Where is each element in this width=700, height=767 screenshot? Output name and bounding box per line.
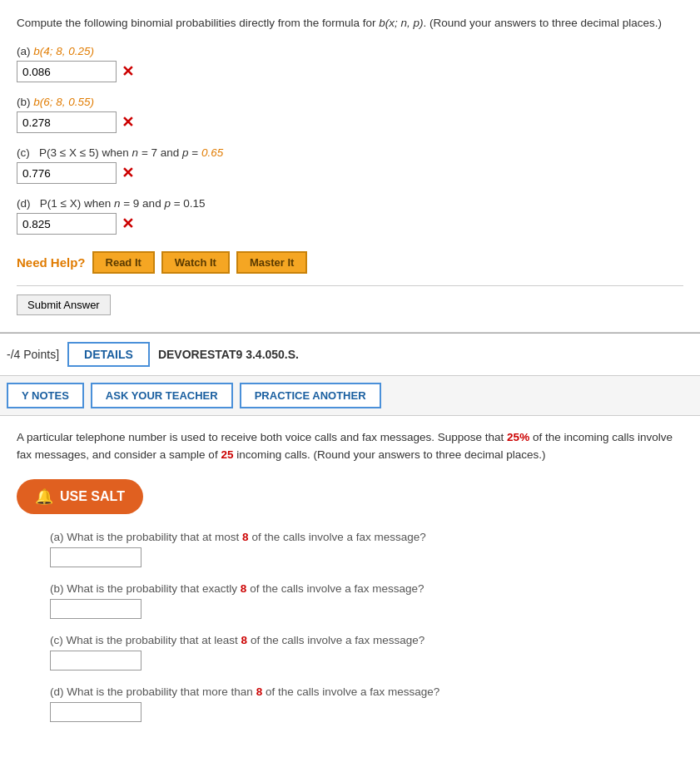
sub-part-b-label: (b) What is the probability that exactly…	[50, 582, 683, 595]
part-a-input[interactable]	[17, 61, 117, 82]
use-salt-label: USE SALT	[60, 489, 125, 504]
part-b-error-icon: ✕	[122, 115, 134, 130]
practice-another-button[interactable]: PRACTICE ANOTHER	[240, 383, 381, 408]
highlight-25: 25	[221, 448, 233, 461]
sub-part-d-input[interactable]	[50, 702, 141, 722]
part-b-label: (b)	[17, 96, 33, 108]
part-c-error-icon: ✕	[122, 166, 134, 181]
need-help-section: Need Help? Read It Watch It Master It	[17, 251, 683, 274]
part-c: (c) P(3 ≤ X ≤ 5) when n = 7 and p = 0.65…	[17, 146, 683, 184]
action-bar: Y NOTES ASK YOUR TEACHER PRACTICE ANOTHE…	[0, 376, 700, 416]
part-d-label: (d) P(1 ≤ X) when n = 9 and p = 0.15	[17, 197, 206, 210]
part-c-p-val: 0.65	[201, 146, 223, 159]
sub-part-c-label: (c) What is the probability that at leas…	[50, 634, 683, 646]
submit-answer-button[interactable]: Submit Answer	[17, 294, 111, 315]
sub-part-c: (c) What is the probability that at leas…	[17, 634, 683, 671]
problem-instruction: Compute the following binomial probabili…	[17, 15, 683, 32]
watch-it-button[interactable]: Watch It	[161, 251, 230, 274]
points-label: -/4 Points]	[7, 348, 59, 361]
part-b-input[interactable]	[17, 111, 117, 133]
sub-part-b-input[interactable]	[50, 599, 141, 619]
part-d: (d) P(1 ≤ X) when n = 9 and p = 0.15 ✕	[17, 197, 683, 235]
master-it-button[interactable]: Master It	[236, 251, 307, 274]
part-c-input[interactable]	[17, 162, 117, 184]
details-tab-button[interactable]: DETAILS	[67, 342, 150, 367]
part-b: (b) b(6; 8, 0.55) ✕	[17, 96, 683, 133]
dev-label: DEVORESTAT9 3.4.050.S.	[158, 348, 299, 361]
content-area: A particular telephone number is used to…	[0, 416, 700, 754]
part-c-label: (c) P(3 ≤ X ≤ 5) when n = 7 and p =	[17, 146, 201, 159]
salt-icon: 🔔	[35, 487, 53, 506]
notes-button[interactable]: Y NOTES	[7, 383, 84, 408]
details-bar: -/4 Points] DETAILS DEVORESTAT9 3.4.050.…	[0, 333, 700, 376]
problem-intro: A particular telephone number is used to…	[17, 429, 683, 464]
part-a-formula: b(4; 8, 0.25)	[33, 45, 94, 57]
part-a-label: (a)	[17, 45, 33, 57]
part-d-input[interactable]	[17, 213, 117, 235]
sub-part-a-input[interactable]	[50, 547, 141, 567]
part-b-formula: b(6; 8, 0.55)	[33, 96, 94, 108]
sub-part-d: (d) What is the probability that more th…	[17, 685, 683, 722]
sub-part-a: (a) What is the probability that at most…	[17, 531, 683, 567]
part-a-error-icon: ✕	[122, 64, 134, 79]
sub-part-c-input[interactable]	[50, 651, 141, 671]
ask-teacher-button[interactable]: ASK YOUR TEACHER	[91, 383, 233, 408]
highlight-25pct: 25%	[507, 431, 529, 443]
sub-part-d-label: (d) What is the probability that more th…	[50, 685, 683, 698]
need-help-label: Need Help?	[17, 255, 86, 270]
sub-part-a-label: (a) What is the probability that at most…	[50, 531, 683, 543]
part-d-error-icon: ✕	[122, 216, 134, 231]
read-it-button[interactable]: Read It	[92, 251, 155, 274]
sub-part-b: (b) What is the probability that exactly…	[17, 582, 683, 619]
part-a: (a) b(4; 8, 0.25) ✕	[17, 45, 683, 82]
use-salt-button[interactable]: 🔔 USE SALT	[17, 479, 143, 514]
